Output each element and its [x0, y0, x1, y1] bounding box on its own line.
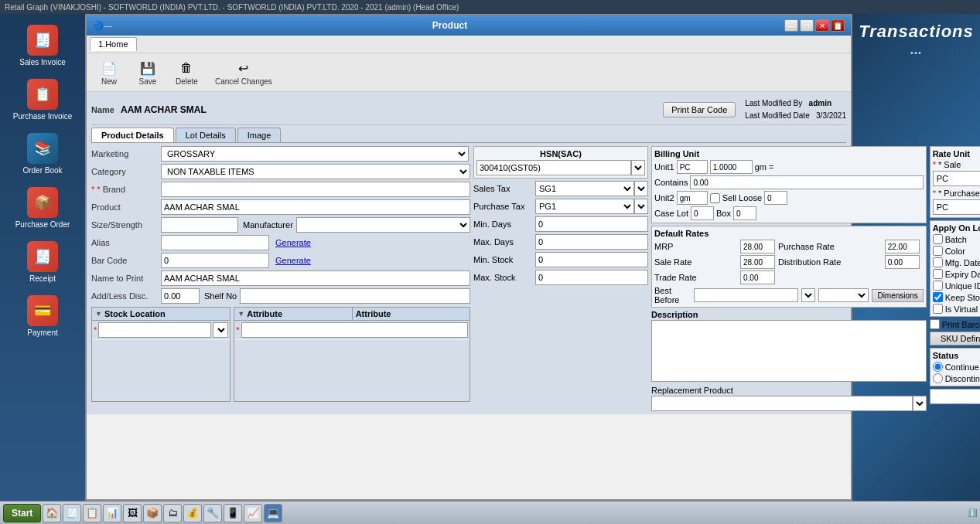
sidebar-item-receipt[interactable]: 🧾 Receipt [4, 236, 81, 288]
purchase-tax-select[interactable]: PG1 [535, 199, 634, 214]
taskbar-icon-7[interactable]: 💰 [183, 504, 202, 522]
hsn-dropdown[interactable] [631, 160, 645, 175]
sales-tax-dropdown[interactable] [634, 181, 648, 196]
ribbon-tab-home[interactable]: 1.Home [90, 37, 137, 51]
taskbar-icon-3[interactable]: 📊 [103, 504, 121, 522]
trade-rate-input[interactable] [740, 271, 775, 284]
minimize-button[interactable]: — [784, 19, 798, 32]
sell-loose-checkbox[interactable] [710, 193, 720, 203]
min-days-input[interactable] [535, 216, 648, 232]
marketing-select[interactable]: GROSSARY [161, 146, 469, 162]
sidebar-item-payment[interactable]: 💳 Payment [4, 291, 81, 342]
unit2-input[interactable] [677, 191, 708, 205]
dimensions-button[interactable]: Dimensions [872, 289, 923, 302]
continue-radio[interactable] [933, 362, 943, 372]
generate-alias-button[interactable]: Generate [275, 238, 311, 247]
taskbar-icon-10[interactable]: 📈 [244, 504, 262, 522]
tab-product-details[interactable]: Product Details [91, 128, 174, 142]
add-less-input[interactable] [161, 288, 200, 304]
is-virtual-label: Is Virtual [945, 305, 978, 314]
sidebar-item-purchase-invoice[interactable]: 📋 Purchase Invoice [4, 74, 81, 125]
replacement-input[interactable] [651, 396, 913, 411]
unit1-input[interactable] [677, 160, 708, 174]
description-textarea[interactable] [651, 320, 927, 382]
purchase-unit-select[interactable]: PC [933, 199, 980, 215]
cancel-changes-button[interactable]: ↩ Cancel Changes [210, 56, 278, 88]
taskbar-icon-1[interactable]: 🧾 [63, 504, 81, 522]
brand-input[interactable] [161, 182, 470, 197]
taskbar-icon-2[interactable]: 📋 [83, 504, 101, 522]
hsn-input[interactable] [476, 160, 631, 175]
sales-tax-select[interactable]: SG1 [535, 181, 634, 196]
start-button[interactable]: Start [3, 504, 41, 522]
sale-rate-input[interactable] [740, 255, 775, 269]
close-button[interactable]: ✕ [815, 19, 829, 32]
name-to-print-input[interactable] [161, 271, 470, 286]
sales-invoice-icon: 🧾 [27, 25, 58, 56]
batch-checkbox[interactable] [933, 234, 943, 244]
new-button[interactable]: 📄 New [93, 56, 125, 88]
shelf-no-input[interactable] [240, 288, 470, 304]
taskbar-icon-9[interactable]: 📱 [224, 504, 242, 522]
size-input[interactable] [161, 217, 238, 233]
mrp-input[interactable] [740, 240, 775, 253]
purchase-tax-dropdown[interactable] [634, 199, 648, 214]
max-stock-input[interactable] [535, 270, 648, 285]
tab-lot-details[interactable]: Lot Details [176, 128, 236, 142]
stock-location-input[interactable] [98, 322, 211, 338]
stock-location-collapse-icon[interactable]: ▼ [95, 310, 102, 318]
contains-input[interactable] [690, 175, 923, 189]
generate-barcode-button[interactable]: Generate [275, 256, 311, 265]
maximize-button[interactable]: □ [800, 19, 814, 32]
taskbar-icon-4[interactable]: 🖼 [123, 504, 142, 522]
product-input[interactable] [161, 199, 470, 215]
taskbar-icon-8[interactable]: 🔧 [203, 504, 222, 522]
print-bar-code-button[interactable]: Print Bar Code [663, 102, 736, 117]
stock-location-grid: ▼ Stock Location * [91, 307, 230, 402]
print-barcode-checkbox[interactable] [930, 319, 940, 329]
replacement-dropdown[interactable] [913, 396, 927, 411]
case-lot-input[interactable] [691, 206, 714, 220]
sidebar-item-sales-invoice[interactable]: 🧾 Sales Invoice [4, 20, 81, 71]
extra-select[interactable] [930, 389, 980, 404]
sidebar-item-order-book[interactable]: 📚 Order Book [4, 128, 81, 179]
stock-location-dropdown[interactable] [213, 322, 228, 338]
sidebar-item-purchase-order[interactable]: 📦 Purchase Order [4, 182, 81, 233]
expiry-date-checkbox[interactable] [933, 269, 943, 279]
min-stock-input[interactable] [535, 252, 648, 267]
attribute-input1[interactable] [241, 322, 468, 338]
taskbar-icon-6[interactable]: 🗂 [163, 504, 182, 522]
product-row: Product [91, 199, 470, 215]
manufacturer-select[interactable] [296, 217, 470, 233]
purchase-rate-input[interactable] [885, 240, 920, 253]
tab-image[interactable]: Image [237, 128, 282, 142]
best-before-unit-select[interactable] [818, 288, 869, 302]
attribute-collapse-icon[interactable]: ▼ [237, 310, 244, 318]
category-select[interactable]: NON TAXABLE ITEMS [161, 164, 470, 179]
save-button[interactable]: 💾 Save [131, 56, 164, 88]
barcode-input[interactable] [161, 253, 269, 268]
box-input[interactable] [733, 206, 756, 220]
discontinue-radio[interactable] [933, 373, 943, 383]
alias-input[interactable] [161, 235, 269, 250]
best-before-input[interactable] [694, 288, 798, 302]
delete-button[interactable]: 🗑 Delete [170, 56, 203, 88]
sku-definition-button[interactable]: SKU Definition [930, 332, 980, 345]
continue-row: Continue [933, 362, 980, 372]
max-days-input[interactable] [535, 234, 648, 250]
mfg-date-checkbox[interactable] [933, 257, 943, 267]
sell-loose-input[interactable] [764, 191, 787, 205]
sale-unit-select[interactable]: PC [933, 171, 980, 186]
keep-stock-checkbox[interactable] [933, 292, 943, 302]
color-checkbox[interactable] [933, 246, 943, 256]
taskbar-icon-5[interactable]: 📦 [143, 504, 162, 522]
distribution-rate-input[interactable] [885, 255, 920, 269]
unique-id-checkbox[interactable] [933, 281, 943, 291]
best-before-select[interactable] [801, 288, 815, 302]
unit1-qty-input[interactable] [710, 160, 753, 174]
status-section: Status Continue Discontinue [930, 348, 980, 386]
is-virtual-checkbox[interactable] [933, 304, 943, 314]
extra-button[interactable]: 📋 [831, 19, 845, 32]
taskbar-icon-11[interactable]: 💻 [264, 504, 282, 522]
taskbar-icon-0[interactable]: 🏠 [43, 504, 61, 522]
